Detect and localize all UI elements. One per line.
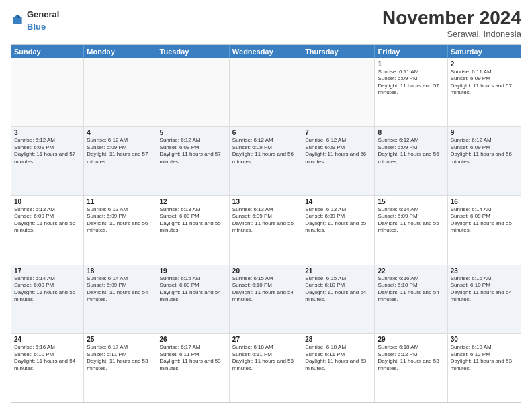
cell-text: Daylight: 11 hours and 56 minutes.: [14, 220, 81, 234]
cell-text: Sunrise: 6:12 AM: [160, 137, 226, 144]
cell-text: Sunset: 6:09 PM: [14, 144, 81, 151]
cell-text: Sunset: 6:09 PM: [305, 213, 371, 220]
calendar-cell-2-6: 8Sunrise: 6:12 AMSunset: 6:09 PMDaylight…: [375, 127, 447, 195]
cell-text: Daylight: 11 hours and 54 minutes.: [305, 289, 371, 304]
calendar-cell-3-7: 16Sunrise: 6:14 AMSunset: 6:09 PMDayligh…: [448, 196, 521, 265]
cell-text: Sunrise: 6:16 AM: [378, 275, 444, 282]
calendar-cell-4-1: 17Sunrise: 6:14 AMSunset: 6:09 PMDayligh…: [11, 265, 84, 334]
cell-text: Daylight: 11 hours and 56 minutes.: [87, 220, 153, 234]
day-number: 19: [160, 267, 226, 275]
day-number: 22: [378, 267, 444, 275]
calendar-cell-1-7: 2Sunrise: 6:11 AMSunset: 6:09 PMDaylight…: [448, 58, 521, 127]
cell-text: Sunrise: 6:12 AM: [378, 137, 444, 144]
cell-text: Daylight: 11 hours and 54 minutes.: [87, 289, 153, 304]
cell-text: Sunrise: 6:13 AM: [14, 206, 81, 213]
cell-text: Sunrise: 6:15 AM: [232, 275, 299, 282]
day-number: 3: [14, 129, 81, 136]
calendar-cell-3-5: 14Sunrise: 6:13 AMSunset: 6:09 PMDayligh…: [302, 196, 375, 265]
calendar-cell-2-4: 6Sunrise: 6:12 AMSunset: 6:09 PMDaylight…: [230, 127, 302, 195]
cell-text: Daylight: 11 hours and 54 minutes.: [232, 289, 299, 304]
calendar-cell-2-3: 5Sunrise: 6:12 AMSunset: 6:09 PMDaylight…: [157, 127, 230, 195]
day-header-thursday: Thursday: [302, 45, 375, 58]
cell-text: Daylight: 11 hours and 55 minutes.: [232, 220, 299, 234]
day-number: 11: [87, 198, 153, 205]
cell-text: Sunset: 6:09 PM: [232, 144, 299, 151]
cell-text: Sunrise: 6:12 AM: [305, 137, 371, 144]
cell-text: Daylight: 11 hours and 55 minutes.: [451, 220, 518, 234]
cell-text: Sunset: 6:09 PM: [14, 282, 81, 289]
calendar-cell-4-3: 19Sunrise: 6:15 AMSunset: 6:09 PMDayligh…: [157, 265, 230, 334]
day-number: 1: [378, 60, 444, 68]
day-number: 20: [232, 267, 299, 275]
calendar-cell-3-6: 15Sunrise: 6:14 AMSunset: 6:09 PMDayligh…: [375, 196, 447, 265]
day-number: 7: [305, 129, 371, 136]
logo: General Blue: [11, 8, 59, 32]
cell-text: Sunset: 6:10 PM: [305, 282, 371, 289]
cell-text: Sunset: 6:09 PM: [378, 75, 444, 82]
cell-text: Sunrise: 6:18 AM: [305, 344, 371, 351]
cell-text: Sunset: 6:11 PM: [87, 351, 153, 358]
cell-text: Sunrise: 6:11 AM: [451, 68, 518, 75]
cell-text: Daylight: 11 hours and 53 minutes.: [451, 358, 518, 372]
day-number: 16: [451, 198, 518, 205]
cell-text: Daylight: 11 hours and 57 minutes.: [451, 83, 518, 97]
cell-text: Sunset: 6:11 PM: [232, 351, 299, 358]
calendar-cell-5-3: 26Sunrise: 6:17 AMSunset: 6:11 PMDayligh…: [157, 334, 230, 402]
calendar-cell-2-7: 9Sunrise: 6:12 AMSunset: 6:09 PMDaylight…: [448, 127, 521, 195]
cell-text: Sunrise: 6:19 AM: [451, 344, 518, 351]
cell-text: Sunrise: 6:11 AM: [378, 68, 444, 75]
cell-text: Sunrise: 6:13 AM: [87, 206, 153, 213]
cell-text: Sunset: 6:09 PM: [87, 144, 153, 151]
svg-marker-1: [17, 15, 22, 18]
cell-text: Sunrise: 6:15 AM: [305, 275, 371, 282]
calendar-cell-1-1: [11, 58, 84, 127]
calendar-cell-1-2: [84, 58, 157, 127]
cell-text: Sunrise: 6:17 AM: [160, 344, 226, 351]
day-number: 9: [451, 129, 518, 136]
calendar-cell-4-5: 21Sunrise: 6:15 AMSunset: 6:10 PMDayligh…: [302, 265, 375, 334]
day-number: 6: [232, 129, 299, 136]
cell-text: Sunrise: 6:14 AM: [87, 275, 153, 282]
day-number: 8: [378, 129, 444, 136]
cell-text: Sunrise: 6:13 AM: [305, 206, 371, 213]
cell-text: Sunrise: 6:12 AM: [232, 137, 299, 144]
cell-text: Sunrise: 6:15 AM: [160, 275, 226, 282]
calendar-row-1: 1Sunrise: 6:11 AMSunset: 6:09 PMDaylight…: [11, 58, 521, 127]
cell-text: Sunrise: 6:14 AM: [14, 275, 81, 282]
calendar-row-3: 10Sunrise: 6:13 AMSunset: 6:09 PMDayligh…: [11, 195, 521, 265]
logo-blue: Blue: [27, 21, 46, 32]
cell-text: Sunset: 6:10 PM: [14, 351, 81, 358]
cell-text: Sunset: 6:09 PM: [87, 213, 153, 220]
day-number: 27: [232, 336, 299, 343]
cell-text: Daylight: 11 hours and 56 minutes.: [378, 151, 444, 165]
cell-text: Sunset: 6:09 PM: [160, 282, 226, 289]
calendar-header: SundayMondayTuesdayWednesdayThursdayFrid…: [11, 45, 521, 58]
cell-text: Sunset: 6:09 PM: [451, 213, 518, 220]
cell-text: Sunset: 6:11 PM: [160, 351, 226, 358]
cell-text: Sunrise: 6:18 AM: [232, 344, 299, 351]
cell-text: Sunset: 6:11 PM: [305, 351, 371, 358]
calendar-cell-2-5: 7Sunrise: 6:12 AMSunset: 6:09 PMDaylight…: [302, 127, 375, 195]
cell-text: Daylight: 11 hours and 55 minutes.: [305, 220, 371, 234]
calendar-body: 1Sunrise: 6:11 AMSunset: 6:09 PMDaylight…: [11, 58, 521, 402]
day-number: 12: [160, 198, 226, 205]
calendar-cell-5-4: 27Sunrise: 6:18 AMSunset: 6:11 PMDayligh…: [230, 334, 302, 402]
calendar-cell-1-5: [302, 58, 375, 127]
cell-text: Daylight: 11 hours and 56 minutes.: [451, 151, 518, 165]
calendar-cell-5-7: 30Sunrise: 6:19 AMSunset: 6:12 PMDayligh…: [448, 334, 521, 402]
cell-text: Sunset: 6:09 PM: [378, 213, 444, 220]
cell-text: Sunrise: 6:14 AM: [451, 206, 518, 213]
cell-text: Sunset: 6:12 PM: [451, 351, 518, 358]
cell-text: Sunrise: 6:16 AM: [451, 275, 518, 282]
day-number: 15: [378, 198, 444, 205]
logo-general: General: [27, 9, 59, 19]
cell-text: Daylight: 11 hours and 54 minutes.: [378, 289, 444, 304]
day-number: 25: [87, 336, 153, 343]
calendar-cell-3-2: 11Sunrise: 6:13 AMSunset: 6:09 PMDayligh…: [84, 196, 157, 265]
cell-text: Daylight: 11 hours and 53 minutes.: [378, 358, 444, 372]
cell-text: Daylight: 11 hours and 55 minutes.: [378, 220, 444, 234]
cell-text: Daylight: 11 hours and 56 minutes.: [232, 151, 299, 165]
cell-text: Sunrise: 6:18 AM: [378, 344, 444, 351]
day-number: 5: [160, 129, 226, 136]
calendar-cell-2-2: 4Sunrise: 6:12 AMSunset: 6:09 PMDaylight…: [84, 127, 157, 195]
